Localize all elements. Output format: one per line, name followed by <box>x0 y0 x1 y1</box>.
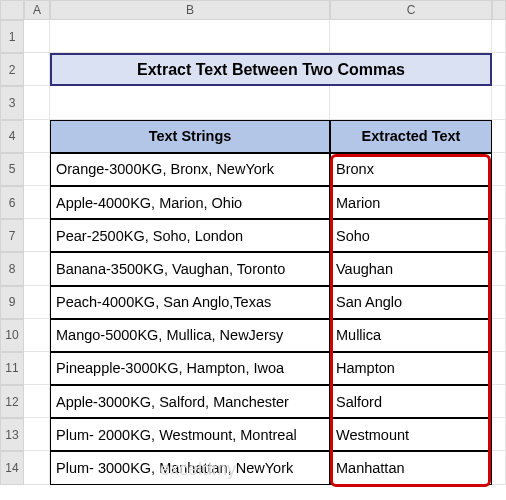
row-head[interactable]: 14 <box>0 451 24 484</box>
row-head[interactable]: 5 <box>0 153 24 186</box>
table-header-text-strings[interactable]: Text Strings <box>50 120 330 153</box>
cell[interactable] <box>50 20 330 53</box>
cell-a[interactable] <box>24 352 50 385</box>
cell-text-string[interactable]: Pineapple-3000KG, Hampton, Iwoa <box>50 352 330 385</box>
cell-extracted[interactable]: Soho <box>330 219 492 252</box>
cell-d[interactable] <box>492 20 506 53</box>
cell-a[interactable] <box>24 286 50 319</box>
row-head[interactable]: 12 <box>0 385 24 418</box>
cell-text-string[interactable]: Banana-3500KG, Vaughan, Toronto <box>50 252 330 285</box>
cell-text-string[interactable]: Orange-3000KG, Bronx, NewYork <box>50 153 330 186</box>
cell-d[interactable] <box>492 219 506 252</box>
col-head-a[interactable]: A <box>24 0 50 20</box>
cell-d[interactable] <box>492 53 506 86</box>
cell-a[interactable] <box>24 451 50 484</box>
cell-extracted[interactable]: Marion <box>330 186 492 219</box>
cell-extracted[interactable]: Westmount <box>330 418 492 451</box>
row-head[interactable]: 7 <box>0 219 24 252</box>
row-head[interactable]: 1 <box>0 20 24 53</box>
cell-a[interactable] <box>24 385 50 418</box>
cell-text-string[interactable]: Plum- 2000KG, Westmount, Montreal <box>50 418 330 451</box>
page-title[interactable]: Extract Text Between Two Commas <box>50 53 492 86</box>
cell-a[interactable] <box>24 219 50 252</box>
row-head[interactable]: 10 <box>0 319 24 352</box>
cell-text-string[interactable]: Peach-4000KG, San Anglo,Texas <box>50 286 330 319</box>
cell-d[interactable] <box>492 286 506 319</box>
cell-a[interactable] <box>24 20 50 53</box>
row-head[interactable]: 6 <box>0 186 24 219</box>
cell-d[interactable] <box>492 186 506 219</box>
cell[interactable] <box>330 20 492 53</box>
cell[interactable] <box>50 86 330 119</box>
cell-a[interactable] <box>24 252 50 285</box>
select-all-corner[interactable] <box>0 0 24 20</box>
col-head-c[interactable]: C <box>330 0 492 20</box>
cell-a[interactable] <box>24 120 50 153</box>
cell-d[interactable] <box>492 86 506 119</box>
cell-extracted[interactable]: Mullica <box>330 319 492 352</box>
cell-extracted[interactable]: Manhattan <box>330 451 492 484</box>
cell-d[interactable] <box>492 120 506 153</box>
cell-extracted[interactable]: Vaughan <box>330 252 492 285</box>
cell-a[interactable] <box>24 186 50 219</box>
cell-d[interactable] <box>492 418 506 451</box>
cell-a[interactable] <box>24 86 50 119</box>
row-head[interactable]: 13 <box>0 418 24 451</box>
cell-a[interactable] <box>24 319 50 352</box>
cell-d[interactable] <box>492 352 506 385</box>
row-head[interactable]: 4 <box>0 120 24 153</box>
col-head-d[interactable] <box>492 0 506 20</box>
cell-extracted[interactable]: Hampton <box>330 352 492 385</box>
row-head[interactable]: 9 <box>0 286 24 319</box>
cell-text-string[interactable]: Apple-4000KG, Marion, Ohio <box>50 186 330 219</box>
cell-text-string[interactable]: Pear-2500KG, Soho, London <box>50 219 330 252</box>
cell[interactable] <box>330 86 492 119</box>
row-head[interactable]: 11 <box>0 352 24 385</box>
table-header-extracted-text[interactable]: Extracted Text <box>330 120 492 153</box>
row-head[interactable]: 2 <box>0 53 24 86</box>
cell-a[interactable] <box>24 153 50 186</box>
cell-extracted[interactable]: Salford <box>330 385 492 418</box>
cell-d[interactable] <box>492 385 506 418</box>
cell-d[interactable] <box>492 451 506 484</box>
cell-a[interactable] <box>24 53 50 86</box>
cell-extracted[interactable]: Bronx <box>330 153 492 186</box>
cell-extracted[interactable]: San Anglo <box>330 286 492 319</box>
cell-d[interactable] <box>492 153 506 186</box>
cell-text-string[interactable]: Apple-3000KG, Salford, Manchester <box>50 385 330 418</box>
col-head-b[interactable]: B <box>50 0 330 20</box>
cell-text-string[interactable]: Mango-5000KG, Mullica, NewJersy <box>50 319 330 352</box>
row-head[interactable]: 8 <box>0 252 24 285</box>
spreadsheet-grid: A B C 1 2 3 4 5 6 7 8 9 10 11 12 13 14 E… <box>0 0 506 485</box>
cell-text-string[interactable]: Plum- 3000KG, Manhattan, NewYork <box>50 451 330 484</box>
cell-d[interactable] <box>492 252 506 285</box>
cell-a[interactable] <box>24 418 50 451</box>
cell-d[interactable] <box>492 319 506 352</box>
row-head[interactable]: 3 <box>0 86 24 119</box>
